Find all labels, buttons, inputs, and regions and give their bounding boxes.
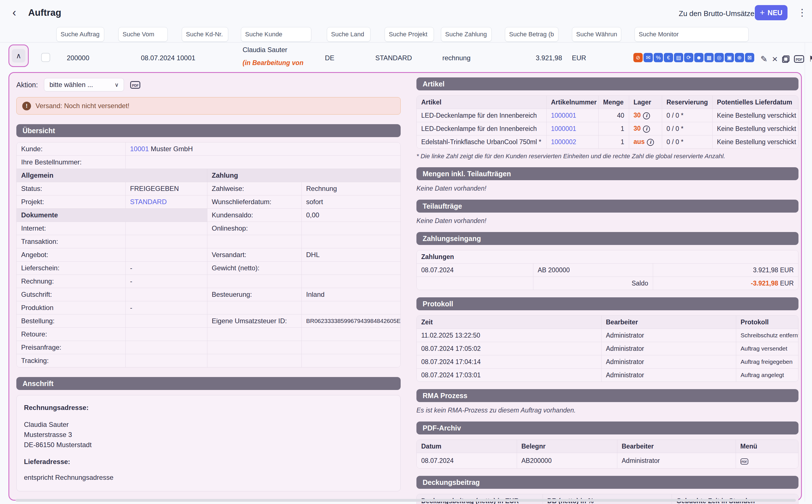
search-betrag-input[interactable]	[505, 27, 559, 42]
card-refresh-icon[interactable]: ⟳	[684, 53, 693, 62]
artikel-section-header: Artikel	[417, 77, 798, 90]
new-order-button[interactable]: + NEU	[755, 5, 787, 20]
artikel-reservierung: 0 / 0 *	[662, 109, 712, 122]
collapse-row-button[interactable]: ∧	[12, 49, 25, 63]
zahlungen-table: Zahlungen 08.07.2024 AB 200000 3.921,98 …	[417, 250, 798, 290]
train-x-icon[interactable]: ⊠	[745, 53, 754, 62]
transaktion-label: Transaktion:	[17, 235, 125, 248]
mail-document-icon[interactable]: ✉	[644, 53, 653, 62]
kunde-number-link[interactable]: 10001	[130, 145, 149, 153]
transaktion-value	[125, 235, 207, 248]
retoure-label: Retoure:	[17, 328, 125, 341]
search-land-input[interactable]	[327, 27, 370, 42]
calendar-icon[interactable]: ▦	[704, 53, 714, 62]
belegnr-col-header: Belegnr	[517, 440, 617, 453]
search-vom-input[interactable]	[118, 27, 168, 42]
info-icon[interactable]: i	[643, 126, 650, 133]
horizontal-scrollbar[interactable]	[15, 499, 796, 502]
artikel-menge: 1	[599, 135, 629, 149]
search-projekt-input[interactable]	[384, 27, 434, 42]
table-row: Edelstahl-Trinkflasche UrbanCool 750ml *…	[417, 135, 798, 149]
status-value: FREIGEGEBEN	[125, 182, 207, 195]
euro-icon[interactable]: €	[664, 53, 673, 62]
percent-icon[interactable]: %	[654, 53, 663, 62]
projekt-link[interactable]: STANDARD	[125, 195, 207, 209]
artikelnummer-link[interactable]: 1000002	[546, 135, 599, 149]
edit-icon[interactable]: ✎	[760, 54, 768, 64]
order-table-row: ∧ 200000 08.07.2024 10001 Claudia Sauter…	[0, 43, 812, 72]
brutto-umsaetze-label: Zu den Brutto-Umsätzen	[679, 9, 758, 18]
search-zahlung-input[interactable]	[441, 27, 492, 42]
reservierung-col-header: Reservierung	[662, 96, 712, 109]
info-icon[interactable]: i	[643, 112, 650, 119]
besteuerung-value: Inland	[301, 288, 400, 301]
artikel-name: LED-Deckenlampe für den Innenbereich	[417, 122, 546, 135]
table-row: 08.07.2024 17:05:02 Administrator Auftra…	[417, 342, 798, 355]
internet-label: Internet:	[17, 222, 125, 235]
protokoll-bearbeiter: Administrator	[601, 369, 736, 382]
info-icon[interactable]: i	[647, 139, 654, 146]
artikel-lager: ausi	[629, 135, 662, 149]
artikelnummer-link[interactable]: 1000001	[546, 109, 599, 122]
coin-euro-icon[interactable]: ◎	[715, 53, 724, 62]
versandart-label: Versandart:	[207, 248, 301, 262]
pdf-menu-cell: PDF	[736, 453, 798, 469]
search-kdnr-input[interactable]	[182, 27, 228, 42]
protokoll-section-header: Protokoll	[417, 297, 798, 310]
page-title: Auftrag	[28, 7, 61, 18]
artikel-menge: 1	[599, 122, 629, 135]
pdf-icon[interactable]: PDF	[794, 55, 804, 63]
kunde-label: Kunde:	[17, 142, 125, 156]
row-checkbox[interactable]	[41, 53, 50, 62]
search-monitor-input[interactable]	[635, 27, 749, 42]
protokoll-bearbeiter: Administrator	[601, 342, 736, 355]
rechnungsadresse-value: Claudia Sauter Musterstrasse 3 DE-86150 …	[24, 420, 393, 450]
mengen-section-header: Mengen inkl. Teilaufträgen	[417, 167, 798, 180]
zahlungseingang-section-header: Zahlungseingang	[417, 232, 798, 245]
pdf-download-icon[interactable]: PDF	[740, 458, 748, 465]
tracking-label: Tracking:	[17, 354, 125, 367]
bestellung-label: Bestellung:	[17, 315, 125, 328]
protokoll-bearbeiter: Administrator	[601, 355, 736, 369]
aktion-pdf-button[interactable]: PDF	[130, 81, 140, 89]
banknote-icon[interactable]: ▤	[674, 53, 683, 62]
aktion-select[interactable]: bitte wählen ... ∨	[44, 78, 124, 92]
detail-right-column: Artikel Artikel Artikelnummer Menge Lage…	[417, 77, 798, 504]
protokoll-zeit: 08.07.2024 17:04:14	[417, 355, 601, 369]
bestellnummer-label: Ihre Bestellnummer:	[17, 156, 125, 169]
truck-icon[interactable]: ▣	[725, 53, 734, 62]
wunschlieferdatum-value: sofort	[301, 195, 400, 209]
menue-col-header: Menü	[736, 440, 798, 453]
print-blocked-icon[interactable]: ⊘	[633, 53, 643, 62]
zahlweise-value: Rechnung	[301, 182, 400, 195]
search-waehrung-input[interactable]	[572, 27, 621, 42]
protokoll-zeit: 11.02.2025 13:22:50	[417, 329, 601, 342]
saldo-value: -3.921,98 EUR	[653, 277, 798, 290]
gewicht-label: Gewicht (netto):	[207, 262, 301, 275]
search-auftrag-input[interactable]	[56, 27, 104, 42]
zahlung-betrag: 3.921,98 EUR	[653, 264, 798, 277]
cell-betrag-brutto: 3.921,98	[506, 54, 562, 62]
produktion-value: -	[125, 301, 207, 315]
delete-icon[interactable]: ×	[772, 53, 778, 64]
search-kunde-input[interactable]	[241, 27, 311, 42]
back-icon[interactable]: ‹	[12, 6, 16, 19]
kundensaldo-value: 0,00	[301, 209, 400, 222]
status-label: Status:	[17, 182, 125, 195]
row-expander-highlight: ∧	[8, 44, 29, 67]
anschrift-section-header: Anschrift	[16, 377, 400, 390]
copy-icon[interactable]	[782, 55, 789, 63]
artikel-lieferdatum: Keine Bestellung verschickt	[712, 109, 798, 122]
lager-col-header: Lager	[629, 96, 662, 109]
tracking-value	[125, 354, 207, 367]
globe-check-icon[interactable]: ⊕	[735, 53, 744, 62]
artikelnummer-link[interactable]: 1000001	[546, 122, 599, 135]
retoure-value	[125, 328, 207, 341]
kunde-company: Muster GmbH	[149, 145, 193, 153]
bookmark-add-icon[interactable]: ⚑	[809, 54, 812, 64]
table-row: 08.07.2024 17:04:14 Administrator Auftra…	[417, 355, 798, 369]
protokoll-zeit: 08.07.2024 17:03:01	[417, 369, 601, 382]
kebab-menu-icon[interactable]: ⋮	[797, 7, 807, 18]
person-icon[interactable]: ☻	[694, 53, 704, 62]
menge-col-header: Menge	[599, 96, 629, 109]
